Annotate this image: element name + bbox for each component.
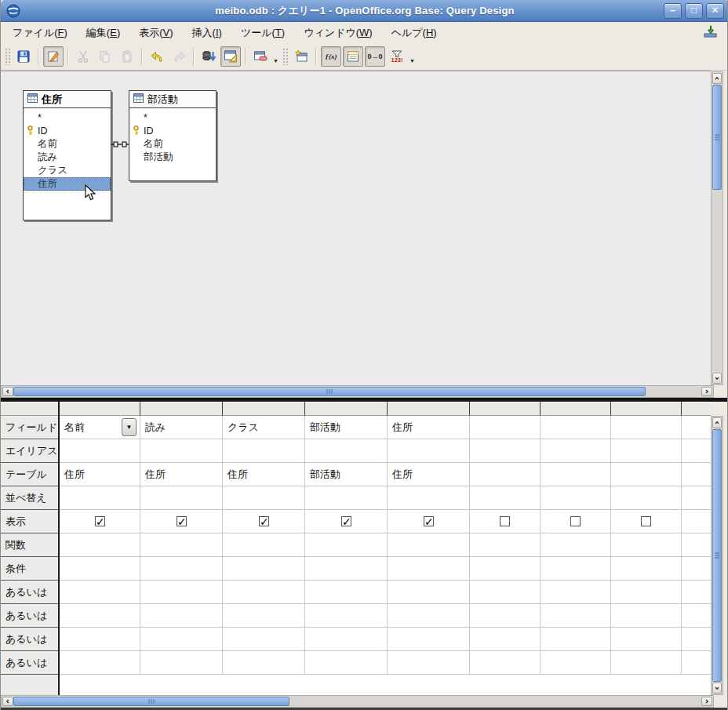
- field-cell[interactable]: [611, 416, 682, 439]
- dock-window-icon[interactable]: [703, 25, 719, 39]
- menu-i[interactable]: 挿入(I): [185, 23, 229, 43]
- sort-cell[interactable]: [682, 486, 711, 510]
- field-item-*[interactable]: *: [24, 111, 111, 124]
- lower-vertical-scrollbar[interactable]: [711, 416, 723, 695]
- criterion-cell[interactable]: [470, 557, 541, 581]
- column-header[interactable]: [388, 402, 470, 416]
- sort-cell[interactable]: [305, 486, 388, 510]
- criterion-cell[interactable]: [60, 557, 140, 581]
- field-item-ID[interactable]: ID: [24, 124, 111, 137]
- menu-f[interactable]: ファイル(F): [5, 23, 75, 43]
- or4-cell[interactable]: [470, 651, 541, 675]
- or4-cell[interactable]: [305, 651, 388, 675]
- alias-cell[interactable]: [388, 439, 470, 463]
- table-cell[interactable]: [682, 463, 711, 486]
- field-cell[interactable]: 名前▼: [60, 416, 140, 439]
- column-header[interactable]: [223, 402, 305, 416]
- undo-button[interactable]: [147, 46, 167, 67]
- criterion-cell[interactable]: [388, 557, 470, 581]
- edit-button[interactable]: [43, 46, 64, 67]
- menu-w[interactable]: ウィンドウ(W): [297, 23, 379, 43]
- table-cell[interactable]: 住所: [223, 463, 305, 486]
- criterion-cell[interactable]: [305, 557, 388, 581]
- function-cell[interactable]: [682, 533, 711, 557]
- or2-cell[interactable]: [611, 604, 682, 628]
- or4-cell[interactable]: [223, 651, 305, 675]
- table-cell[interactable]: 住所: [140, 463, 223, 486]
- or1-cell[interactable]: [388, 581, 470, 604]
- field-dropdown-button[interactable]: ▼: [122, 418, 136, 436]
- or3-cell[interactable]: [541, 628, 611, 651]
- scroll-thumb[interactable]: [13, 387, 646, 396]
- more-options-dropdown[interactable]: ▼: [408, 46, 417, 67]
- clear-query-button[interactable]: [250, 46, 271, 67]
- visible-checkbox[interactable]: [259, 516, 269, 526]
- or3-cell[interactable]: [140, 628, 223, 651]
- upper-vertical-scrollbar[interactable]: [711, 71, 723, 385]
- or2-cell[interactable]: [60, 604, 140, 628]
- visible-cell[interactable]: [470, 510, 541, 533]
- table-window-titlebar[interactable]: 部活動: [129, 91, 216, 108]
- lower-horizontal-scrollbar[interactable]: [1, 695, 714, 708]
- field-cell[interactable]: 部活動: [305, 416, 388, 439]
- field-item-名前[interactable]: 名前: [129, 137, 216, 151]
- function-cell[interactable]: [60, 533, 140, 557]
- scroll-up-button[interactable]: [712, 73, 722, 84]
- alias-cell[interactable]: [223, 439, 305, 463]
- or4-cell[interactable]: [140, 651, 223, 675]
- or1-cell[interactable]: [60, 581, 140, 604]
- visible-checkbox[interactable]: [424, 516, 434, 526]
- or1-cell[interactable]: [470, 581, 541, 604]
- sort-cell[interactable]: [388, 486, 470, 510]
- field-item-ID[interactable]: ID: [129, 124, 216, 137]
- sort-cell[interactable]: [140, 486, 223, 510]
- table-window-住所[interactable]: 住所*ID名前読みクラス住所: [23, 90, 111, 220]
- or2-cell[interactable]: [223, 604, 305, 628]
- visible-cell[interactable]: [611, 510, 682, 533]
- criterion-cell[interactable]: [223, 557, 305, 581]
- scroll-left-button[interactable]: [2, 387, 13, 396]
- alias-button[interactable]: 0→0: [365, 46, 385, 67]
- scroll-thumb[interactable]: [712, 85, 722, 190]
- alias-cell[interactable]: [305, 439, 388, 463]
- toolbar-grip[interactable]: [5, 48, 10, 65]
- add-table-button[interactable]: [291, 46, 311, 67]
- field-item-*[interactable]: *: [129, 111, 216, 124]
- alias-cell[interactable]: [60, 439, 140, 463]
- maximize-button[interactable]: □: [685, 3, 703, 19]
- visible-checkbox[interactable]: [95, 516, 105, 526]
- column-header[interactable]: [611, 402, 682, 416]
- function-cell[interactable]: [140, 533, 223, 557]
- or1-cell[interactable]: [223, 581, 305, 604]
- menu-e[interactable]: 編集(E): [79, 23, 127, 43]
- field-cell[interactable]: [470, 416, 541, 439]
- table-cell[interactable]: [541, 463, 611, 486]
- toolbar-grip[interactable]: [282, 48, 288, 65]
- or3-cell[interactable]: [223, 628, 305, 651]
- sort-cell[interactable]: [541, 486, 611, 510]
- sort-cell[interactable]: [470, 486, 541, 510]
- close-button[interactable]: ✕: [706, 3, 724, 19]
- function-cell[interactable]: [611, 533, 682, 557]
- visible-checkbox[interactable]: [177, 516, 187, 526]
- or4-cell[interactable]: [541, 651, 611, 675]
- sort-cell[interactable]: [611, 486, 682, 510]
- design-view-button[interactable]: [220, 46, 241, 67]
- or3-cell[interactable]: [388, 628, 470, 651]
- function-cell[interactable]: [223, 533, 305, 557]
- visible-cell[interactable]: [223, 510, 305, 533]
- column-header[interactable]: [541, 402, 611, 416]
- or3-cell[interactable]: [611, 628, 682, 651]
- scroll-down-button[interactable]: [712, 683, 722, 694]
- visible-cell[interactable]: [140, 510, 223, 533]
- field-cell[interactable]: クラス: [223, 416, 305, 439]
- table-window-titlebar[interactable]: 住所: [24, 91, 111, 108]
- function-cell[interactable]: [470, 533, 541, 557]
- field-cell[interactable]: 住所: [388, 416, 470, 439]
- visible-cell[interactable]: [305, 510, 388, 533]
- visible-cell[interactable]: [541, 510, 611, 533]
- or2-cell[interactable]: [140, 604, 223, 628]
- criterion-cell[interactable]: [541, 557, 611, 581]
- save-button[interactable]: [13, 46, 34, 67]
- menu-v[interactable]: 表示(V): [132, 23, 180, 43]
